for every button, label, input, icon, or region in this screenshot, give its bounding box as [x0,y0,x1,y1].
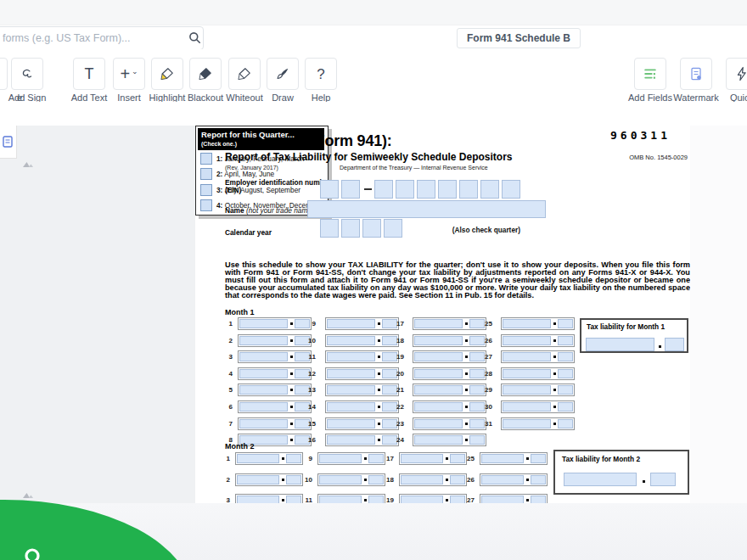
dollars-input[interactable] [327,352,375,361]
ein-digit-box[interactable] [320,180,339,199]
dollars-input[interactable] [414,369,463,378]
search-box[interactable] [0,26,204,50]
dollars-input[interactable] [481,496,524,503]
month1-tax-dollars-input[interactable] [586,338,654,351]
day-amount-field[interactable] [399,494,467,503]
calendar-year-digit-box[interactable] [362,219,381,238]
dollars-input[interactable] [503,319,551,328]
dollars-input[interactable] [503,369,551,378]
dollars-input[interactable] [503,402,551,412]
day-amount-field[interactable] [399,473,467,486]
calendar-year-digit-box[interactable] [384,219,402,238]
dollars-input[interactable] [237,454,279,463]
dollars-input[interactable] [239,419,288,428]
dollars-input[interactable] [414,352,463,361]
cents-input[interactable] [558,419,573,428]
dollars-input[interactable] [414,435,463,445]
ein-digit-box[interactable] [417,180,435,199]
dollars-input[interactable] [239,369,288,378]
dollars-input[interactable] [414,419,463,428]
ein-digit-box[interactable] [396,180,414,199]
cents-input[interactable] [469,435,485,445]
day-amount-field[interactable] [235,473,303,486]
dollars-input[interactable] [237,475,279,484]
toolbar-button-help[interactable]: ? Help [290,58,351,103]
dollars-input[interactable] [327,385,375,395]
dollars-input[interactable] [239,352,288,361]
dollars-input[interactable] [319,454,362,463]
quarter-2-checkbox[interactable] [200,168,212,180]
dollars-input[interactable] [239,385,288,395]
dollars-input[interactable] [401,496,443,503]
ein-digit-box[interactable] [459,180,478,199]
day-amount-field[interactable] [235,494,303,503]
toolbar-button-quick[interactable]: Quick [711,58,747,103]
calendar-year-digit-box[interactable] [341,219,360,238]
cents-input[interactable] [531,475,546,484]
month1-tax-cents-input[interactable] [665,338,684,351]
cents-input[interactable] [531,496,546,503]
dollars-input[interactable] [401,475,443,484]
search-icon[interactable] [188,31,201,48]
dollars-input[interactable] [414,336,463,345]
dollars-input[interactable] [327,319,375,328]
dollars-input[interactable] [401,454,443,463]
quarter-4-checkbox[interactable] [200,199,212,211]
month2-tax-dollars-input[interactable] [564,473,637,486]
day-amount-field[interactable] [480,473,548,486]
day-amount-field[interactable] [501,367,575,380]
day-amount-field[interactable] [317,473,385,486]
cents-input[interactable] [531,454,546,463]
month2-tax-cents-input[interactable] [650,473,676,486]
day-amount-field[interactable] [480,494,548,503]
day-amount-field[interactable] [317,494,385,503]
cents-input[interactable] [558,369,573,378]
cents-input[interactable] [558,402,573,412]
quarter-3-checkbox[interactable] [200,184,212,196]
dollars-input[interactable] [237,496,279,503]
dollars-input[interactable] [239,319,288,328]
thumbnail-panel-sliver[interactable] [0,126,17,159]
dollars-input[interactable] [327,402,375,412]
toolbar-button-add-sign[interactable]: Add Sign [0,58,58,103]
day-amount-field[interactable] [501,317,575,330]
day-amount-field[interactable] [501,417,575,430]
day-amount-field[interactable] [235,452,303,465]
ein-digit-box[interactable] [480,180,499,199]
search-input[interactable] [1,28,174,48]
dollars-input[interactable] [319,475,362,484]
day-amount-field[interactable] [501,334,575,347]
help-bubble-corner[interactable] [0,496,204,560]
dollars-input[interactable] [319,496,362,503]
dollars-input[interactable] [414,402,463,412]
dollars-input[interactable] [327,419,375,428]
ein-digit-box[interactable] [438,180,457,199]
ein-digit-box[interactable] [502,180,520,199]
day-amount-field[interactable] [399,452,467,465]
dollars-input[interactable] [503,419,551,428]
dollars-input[interactable] [481,475,524,484]
day-amount-field[interactable] [317,452,385,465]
day-amount-field[interactable] [501,384,575,396]
name-input[interactable] [307,200,546,218]
document-name-chip[interactable]: Form 941 Schedule B [457,28,581,48]
dollars-input[interactable] [503,385,551,395]
cents-input[interactable] [558,319,573,328]
dollars-input[interactable] [327,435,375,445]
dollars-input[interactable] [239,336,288,345]
cents-input[interactable] [558,336,573,345]
day-amount-field[interactable] [501,400,575,413]
dollars-input[interactable] [327,336,375,345]
calendar-year-digit-box[interactable] [320,219,339,238]
ein-digit-box[interactable] [374,180,393,199]
quarter-1-checkbox[interactable] [200,153,212,165]
dollars-input[interactable] [503,336,551,345]
dollars-input[interactable] [414,319,463,328]
dollars-input[interactable] [239,402,288,412]
form-page[interactable]: Schedule B (Form 941): 960311 Report of … [195,126,690,503]
panel-handle-icon[interactable] [22,160,34,168]
cents-input[interactable] [558,385,573,395]
dollars-input[interactable] [503,352,551,361]
dollars-input[interactable] [414,385,463,395]
dollars-input[interactable] [481,454,524,463]
